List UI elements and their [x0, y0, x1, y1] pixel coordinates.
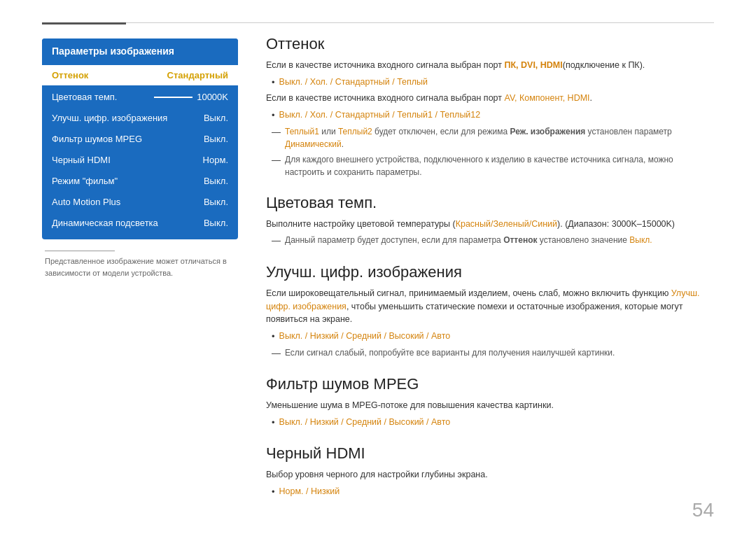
ottenok-dash-text-2: Для каждого внешнего устройства, подключ… [285, 153, 714, 178]
menu-item-label-3: Черный HDMI [52, 155, 111, 165]
menu-item-4[interactable]: Режим "фильм" Выкл. [42, 171, 238, 191]
cherny-bullet-1: • Норм. / Низкий [266, 485, 714, 499]
ottenok-bullet-text-1: Выкл. / Хол. / Стандартный / Теплый [279, 76, 428, 89]
menu-box: Параметры изображения Оттенок Стандартны… [42, 38, 238, 239]
section-title-cherny-hdmi: Черный HDMI [266, 444, 714, 463]
section-filtr: Фильтр шумов MPEG Уменьшение шума в MPEG… [266, 375, 714, 429]
uluchsh-dash-1: — Если сигнал слабый, попробуйте все вар… [266, 346, 714, 360]
menu-title: Параметры изображения [42, 38, 238, 64]
uluchsh-bullet-text-1: Выкл. / Низкий / Средний / Высокий / Авт… [279, 330, 451, 343]
menu-item-value-0: 10000K [197, 92, 228, 102]
menu-item-value-5: Выкл. [204, 197, 228, 207]
ottenok-para-1: Если в качестве источника входного сигна… [266, 59, 714, 72]
section-ottenok: Оттенок Если в качестве источника входно… [266, 35, 714, 178]
cherny-bullet-text-1: Норм. / Низкий [279, 485, 340, 498]
bullet-dot-1: • [272, 76, 275, 90]
menu-item-2[interactable]: Фильтр шумов MPEG Выкл. [42, 129, 238, 149]
menu-item-3[interactable]: Черный HDMI Норм. [42, 150, 238, 170]
tsvetovaya-dash-text-1: Данный параметр будет доступен, если для… [285, 234, 652, 246]
ottenok-para-2: Если в качестве источника входного сигна… [266, 92, 714, 105]
uluchsh-dash-text-1: Если сигнал слабый, попробуйте все вариа… [285, 346, 615, 359]
menu-item-value-3: Норм. [203, 155, 228, 165]
section-title-filtr: Фильтр шумов MPEG [266, 375, 714, 393]
menu-item-5[interactable]: Auto Motion Plus Выкл. [42, 192, 238, 212]
bullet-dot-5: • [272, 485, 275, 499]
menu-item-label-4: Режим "фильм" [52, 176, 118, 186]
bullet-dot-4: • [272, 416, 275, 430]
footnote-line [45, 251, 115, 251]
bullet-dot-3: • [272, 330, 275, 344]
ottenok-bullet-1: • Выкл. / Хол. / Стандартный / Теплый [266, 76, 714, 90]
ottenok-dash-2: — Для каждого внешнего устройства, подкл… [266, 153, 714, 178]
filtr-bullet-1: • Выкл. / Низкий / Средний / Высокий / А… [266, 416, 714, 430]
bullet-dot-2: • [272, 108, 275, 122]
section-cherny-hdmi: Черный HDMI Выбор уровня черного для нас… [266, 444, 714, 499]
menu-item-label-5: Auto Motion Plus [52, 197, 120, 207]
dash-sym-4: — [272, 346, 281, 360]
active-item-label: Оттенок [52, 70, 88, 80]
ottenok-dash-text-1: Теплый1 или Теплый2 будет отключен, если… [285, 125, 714, 150]
active-item-value: Стандартный [167, 70, 228, 80]
footnote-text: Представленное изображение может отличат… [45, 255, 238, 279]
temp-bar [154, 97, 192, 98]
menu-item-6[interactable]: Динамическая подсветка Выкл. [42, 213, 238, 233]
dash-sym-1: — [272, 125, 281, 139]
left-menu-panel: Параметры изображения Оттенок Стандартны… [42, 38, 238, 279]
menu-item-0[interactable]: Цветовая темп. 10000K [42, 87, 238, 107]
menu-item-value-4: Выкл. [204, 176, 228, 186]
page-number: 54 [692, 499, 714, 521]
menu-item-label-6: Динамическая подсветка [52, 218, 158, 228]
cherny-para-1: Выбор уровня черного для настройки глуби… [266, 468, 714, 482]
ottenok-bullet-2: • Выкл. / Хол. / Стандартный / Теплый1 /… [266, 108, 714, 122]
ottenok-bullet-text-2: Выкл. / Хол. / Стандартный / Теплый1 / Т… [279, 108, 481, 122]
top-accent-line [42, 22, 126, 24]
section-uluchsh: Улучш. цифр. изображения Если широковеща… [266, 263, 714, 360]
menu-item-value-6: Выкл. [204, 218, 228, 228]
uluchsh-para-1: Если широковещательный сигнал, принимаем… [266, 287, 714, 326]
section-tsvetovaya: Цветовая темп. Выполните настройку цвето… [266, 194, 714, 248]
menu-item-value-2: Выкл. [204, 134, 228, 144]
menu-item-value-1: Выкл. [204, 113, 228, 123]
menu-item-active[interactable]: Оттенок Стандартный [42, 65, 238, 85]
menu-item-label-0: Цветовая темп. [52, 92, 117, 102]
section-title-uluchsh: Улучш. цифр. изображения [266, 263, 714, 281]
temp-bar-group: 10000K [154, 92, 228, 102]
menu-item-label-2: Фильтр шумов MPEG [52, 134, 142, 144]
menu-item-label-1: Улучш. цифр. изображения [52, 113, 167, 123]
filtr-para-1: Уменьшение шума в MPEG-потоке для повыше… [266, 399, 714, 412]
section-title-tsvetovaya: Цветовая темп. [266, 194, 714, 212]
footnote-section: Представленное изображение может отличат… [42, 251, 238, 279]
section-title-ottenok: Оттенок [266, 35, 714, 53]
dash-sym-2: — [272, 153, 281, 167]
tsvetovaya-para-1: Выполните настройку цветовой температуры… [266, 218, 714, 231]
right-separator-line [266, 22, 714, 23]
uluchsh-bullet-1: • Выкл. / Низкий / Средний / Высокий / А… [266, 330, 714, 344]
filtr-bullet-text-1: Выкл. / Низкий / Средний / Высокий / Авт… [279, 416, 451, 429]
right-content: Оттенок Если в качестве источника входно… [266, 35, 714, 499]
tsvetovaya-dash-1: — Данный параметр будет доступен, если д… [266, 234, 714, 248]
menu-item-1[interactable]: Улучш. цифр. изображения Выкл. [42, 108, 238, 128]
dash-sym-3: — [272, 234, 281, 248]
ottenok-dash-1: — Теплый1 или Теплый2 будет отключен, ес… [266, 125, 714, 150]
